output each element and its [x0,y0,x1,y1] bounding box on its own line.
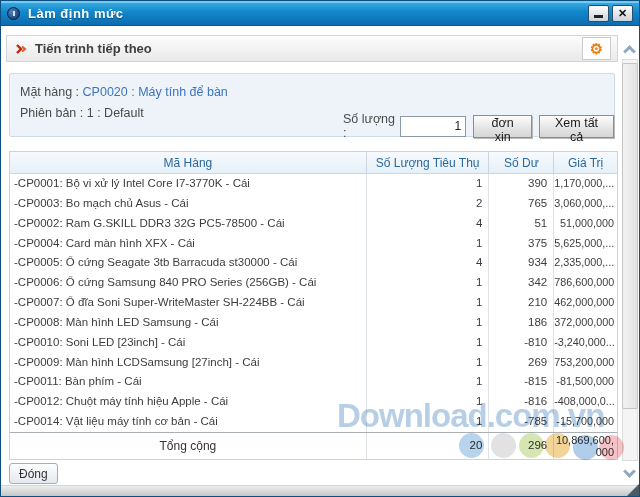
cell-item-code: -CP0003: Bo mạch chủ Asus - Cái [10,194,366,214]
cell-value: -15,700,000 [553,412,617,432]
minimize-icon [594,15,603,18]
cell-balance: 186 [488,313,553,333]
table-row[interactable]: -CP0007: Ổ đĩa Soni Super-WriteMaster SH… [10,293,617,313]
cell-value: 372,000,000 [553,313,617,333]
table-row[interactable]: -CP0014: Vật liệu máy tính cơ bản - Cái … [10,412,617,432]
table-row[interactable]: -CP0003: Bo mạch chủ Asus - Cái 2 765 3,… [10,194,617,214]
item-value-link[interactable]: CP0020 : Máy tính để bàn [83,85,228,99]
cell-balance: 342 [488,273,553,293]
item-info-panel: Mặt hàng : CP0020 : Máy tính để bàn Phiê… [9,73,615,137]
cell-value: 51,000,000 [553,214,617,234]
table-row[interactable]: -CP0005: Ổ cứng Seagate 3tb Barracuda st… [10,253,617,273]
version-value: 1 : Default [87,106,144,120]
cell-item-code: -CP0008: Màn hình LED Samsung - Cái [10,313,366,333]
quantity-label: Số lượng : [343,112,395,140]
cell-item-code: -CP0007: Ổ đĩa Soni Super-WriteMaster SH… [10,293,366,313]
close-icon: ✕ [618,7,627,20]
col-header-balance[interactable]: Số Dư [488,152,553,173]
resize-grip[interactable] [627,484,639,496]
bom-table: Mã Hàng Số Lượng Tiêu Thụ Số Dư Giá Trị … [9,151,618,460]
titlebar-highlight [1,1,639,3]
cell-balance: 934 [488,253,553,273]
cell-consumed-qty: 1 [366,273,489,293]
cell-value: 2,335,000,... [553,253,617,273]
cell-item-code: -CP0009: Màn hình LCDSamsung [27inch] - … [10,353,366,373]
view-all-button[interactable]: Xem tất cả [539,115,614,138]
cell-item-code: -CP0006: Ổ cứng Samsung 840 PRO Series (… [10,273,366,293]
cell-item-code: -CP0004: Card màn hình XFX - Cái [10,234,366,254]
title-bar[interactable]: Làm định mức ✕ [1,1,639,26]
cell-balance: -810 [488,333,553,353]
cell-consumed-qty: 1 [366,174,489,194]
table-body: -CP0001: Bộ vi xử lý Intel Core I7-3770K… [10,174,617,432]
scroll-down-icon[interactable] [623,465,636,478]
cell-balance: -785 [488,412,553,432]
close-button[interactable]: ✕ [612,5,633,22]
cell-item-code: -CP0002: Ram G.SKILL DDR3 32G PC5-78500 … [10,214,366,234]
total-value: 10,869,600,000 [553,433,617,459]
request-button[interactable]: đơn xin [473,115,532,138]
table-row[interactable]: -CP0008: Màn hình LED Samsung - Cái 1 18… [10,313,617,333]
total-balance: 296 [488,433,553,459]
cell-value: -3,240,000... [553,333,617,353]
version-label: Phiên bản : [20,106,83,120]
scrollbar-thumb[interactable] [622,63,638,409]
cell-value: -81,500,000 [553,372,617,392]
settings-button[interactable]: ⚙ [582,37,611,60]
table-row[interactable]: -CP0006: Ổ cứng Samsung 840 PRO Series (… [10,273,617,293]
cell-item-code: -CP0012: Chuột máy tính hiệu Apple - Cái [10,392,366,412]
version-line: Phiên bản : 1 : Default [20,106,144,120]
cell-item-code: -CP0010: Soni LED [23inch] - Cái [10,333,366,353]
cell-item-code: -CP0011: Bàn phím - Cái [10,372,366,392]
cell-balance: -816 [488,392,553,412]
close-dialog-button[interactable]: Đóng [9,463,58,484]
cell-consumed-qty: 4 [366,253,489,273]
red-arrow-icon [15,43,28,55]
total-qty: 20 [366,433,489,459]
cell-balance: 390 [488,174,553,194]
cell-consumed-qty: 1 [366,392,489,412]
cell-item-code: -CP0001: Bộ vi xử lý Intel Core I7-3770K… [10,174,366,194]
cell-balance: 269 [488,353,553,373]
clock-icon [7,7,20,20]
cell-value: 462,000,000 [553,293,617,313]
cell-consumed-qty: 1 [366,313,489,333]
item-line: Mặt hàng : CP0020 : Máy tính để bàn [20,85,228,99]
total-label: Tổng cộng [10,433,366,459]
minimize-button[interactable] [588,5,609,22]
cell-value: 1,170,000,... [553,174,617,194]
cell-consumed-qty: 1 [366,412,489,432]
col-header-consumed-qty[interactable]: Số Lượng Tiêu Thụ [366,152,489,173]
cell-value: 786,600,000 [553,273,617,293]
cell-consumed-qty: 1 [366,293,489,313]
table-row[interactable]: -CP0011: Bàn phím - Cái 1 -815 -81,500,0… [10,372,617,392]
cell-item-code: -CP0005: Ổ cứng Seagate 3tb Barracuda st… [10,253,366,273]
dialog-window: Làm định mức ✕ Tiến trình tiếp theo ⚙ Mặ… [0,0,640,497]
table-row[interactable]: -CP0001: Bộ vi xử lý Intel Core I7-3770K… [10,174,617,194]
cell-consumed-qty: 1 [366,353,489,373]
quantity-input[interactable] [400,116,466,137]
cell-consumed-qty: 4 [366,214,489,234]
window-title: Làm định mức [28,6,124,21]
window-bottom-edge [1,485,639,496]
panel-header: Tiến trình tiếp theo ⚙ [6,35,618,62]
table-row[interactable]: -CP0012: Chuột máy tính hiệu Apple - Cái… [10,392,617,412]
table-row[interactable]: -CP0004: Card màn hình XFX - Cái 1 375 5… [10,234,617,254]
scroll-up-icon[interactable] [623,45,636,58]
col-header-value[interactable]: Giá Trị [553,152,617,173]
cell-balance: 375 [488,234,553,254]
cell-value: -408,000,0... [553,392,617,412]
cell-balance: 51 [488,214,553,234]
cell-value: 3,060,000,... [553,194,617,214]
gear-icon: ⚙ [590,40,603,58]
table-row[interactable]: -CP0010: Soni LED [23inch] - Cái 1 -810 … [10,333,617,353]
cell-item-code: -CP0014: Vật liệu máy tính cơ bản - Cái [10,412,366,432]
table-row[interactable]: -CP0009: Màn hình LCDSamsung [27inch] - … [10,353,617,373]
cell-consumed-qty: 1 [366,234,489,254]
panel-title: Tiến trình tiếp theo [35,41,152,56]
table-row[interactable]: -CP0002: Ram G.SKILL DDR3 32G PC5-78500 … [10,214,617,234]
cell-consumed-qty: 1 [366,372,489,392]
total-row: Tổng cộng 20 296 10,869,600,000 [10,432,617,459]
col-header-item-code[interactable]: Mã Hàng [10,152,366,173]
cell-value: 5,625,000,... [553,234,617,254]
